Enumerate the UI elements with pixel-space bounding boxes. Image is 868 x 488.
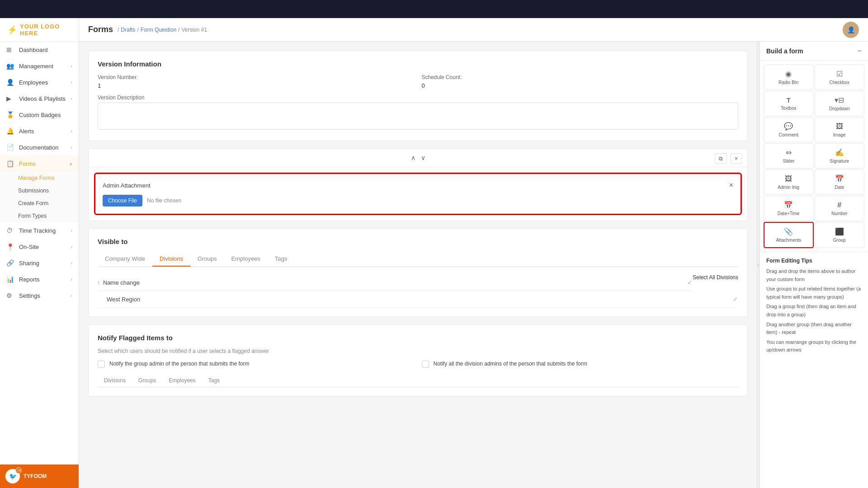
attachment-modal-close-button[interactable]: ×: [729, 181, 733, 189]
sidebar-item-videos[interactable]: ▶ Videos & Playlists ›: [0, 90, 79, 107]
tool-textbox[interactable]: T Textbox: [764, 91, 814, 116]
tool-comment[interactable]: 💬 Comment: [764, 117, 814, 142]
select-all-button[interactable]: Select All Divisions: [693, 274, 738, 281]
choose-file-button[interactable]: Choose File: [103, 195, 142, 206]
top-bar: [0, 0, 868, 18]
user-avatar[interactable]: 👤: [843, 22, 859, 38]
sidebar-item-custom-badges[interactable]: 🏅 Custom Badges: [0, 107, 79, 123]
tool-image[interactable]: 🖼 Image: [815, 117, 865, 142]
signature-icon: ✍: [835, 148, 844, 157]
move-down-button[interactable]: ∨: [421, 154, 425, 161]
tip-4: Drag another group (then drag another it…: [766, 321, 862, 337]
file-name-label: No file chosen: [147, 197, 181, 204]
sidebar-subitem-submissions[interactable]: Submissions: [0, 184, 79, 197]
sidebar-item-employees[interactable]: 👤 Employees ›: [0, 74, 79, 90]
logo-area: ⚡ YOUR LOGO HERE: [0, 18, 79, 42]
move-up-button[interactable]: ∧: [411, 154, 415, 161]
notify-checkbox-division-admin[interactable]: [422, 361, 429, 368]
notify-tab-divisions[interactable]: Divisions: [98, 374, 132, 387]
bottom-bar[interactable]: 🐦 26 TYFOOM: [0, 465, 79, 488]
tool-admin-img[interactable]: 🖼 Admin Img: [764, 169, 814, 195]
tool-attachments[interactable]: 📎 Attachments: [764, 222, 814, 248]
sidebar-item-sharing[interactable]: 🔗 Sharing ›: [0, 255, 79, 271]
right-panel: Build a form − ◉ Radio Btn ☑ Checkbox: [760, 42, 868, 488]
question-actions: ⧉ ×: [715, 153, 742, 164]
tool-label: Image: [833, 132, 846, 137]
main-area: Forms / Drafts / Form Question / Version…: [79, 18, 868, 488]
comment-icon: 💬: [784, 122, 793, 131]
sidebar-item-label: On-Site: [19, 244, 71, 250]
sidebar-subitem-create-form[interactable]: Create Form: [0, 197, 79, 210]
tool-grid: ◉ Radio Btn ☑ Checkbox T Textbox ▾⊟ Dro: [760, 61, 868, 252]
version-grid: Version Number: 1 Schedule Count: 0: [98, 74, 738, 89]
version-number-group: Version Number: 1: [98, 74, 415, 89]
notify-grid: Notify the group admin of the person tha…: [98, 361, 738, 368]
tool-checkbox[interactable]: ☑ Checkbox: [815, 65, 865, 90]
tool-date-time[interactable]: 📅 Date+Time: [764, 196, 814, 221]
panel-collapse-button[interactable]: −: [858, 47, 862, 55]
breadcrumb-drafts[interactable]: Drafts: [121, 27, 135, 33]
videos-icon: ▶: [6, 95, 15, 102]
tool-label: Date+Time: [778, 211, 800, 216]
notify-item-group-admin: Notify the group admin of the person tha…: [98, 361, 415, 368]
tool-label: Textbox: [781, 106, 796, 111]
sidebar-item-documentation[interactable]: 📄 Documentation ›: [0, 139, 79, 155]
chevron-right-icon: ›: [71, 228, 72, 233]
notify-checkbox-group-admin[interactable]: [98, 361, 105, 368]
sidebar-item-dashboard[interactable]: ⊞ Dashboard: [0, 42, 79, 58]
delete-button[interactable]: ×: [731, 153, 742, 164]
bottom-label: TYFOOM: [24, 473, 47, 479]
copy-button[interactable]: ⧉: [715, 153, 727, 164]
tool-group[interactable]: ⬛ Group: [815, 222, 865, 248]
tab-divisions[interactable]: Divisions: [152, 252, 190, 267]
sidebar-subitem-form-types[interactable]: Form Types: [0, 210, 79, 222]
tool-signature[interactable]: ✍ Signature: [815, 143, 865, 169]
tool-number[interactable]: # Number: [815, 196, 865, 221]
tool-label: Attachments: [776, 238, 801, 243]
tool-slider[interactable]: ⇔ Slider: [764, 143, 814, 169]
alerts-icon: 🔔: [6, 127, 15, 135]
sidebar-item-label: Management: [19, 63, 71, 70]
notify-title: Notify Flagged Items to: [98, 334, 738, 342]
sidebar-item-label: Settings: [19, 292, 71, 299]
division-name: West Region: [107, 296, 140, 303]
date-icon: 📅: [835, 174, 844, 183]
tab-company-wide[interactable]: Company Wide: [98, 252, 152, 267]
sidebar-item-settings[interactable]: ⚙ Settings ›: [0, 287, 79, 304]
notification-badge: 26: [15, 467, 22, 474]
breadcrumb-form-question[interactable]: Form Question: [141, 27, 176, 33]
tool-dropdown[interactable]: ▾⊟ Dropdown: [815, 91, 865, 116]
chevron-down-icon: ∨: [69, 161, 72, 166]
tab-employees[interactable]: Employees: [224, 252, 268, 267]
notify-tab-tags[interactable]: Tags: [202, 374, 226, 387]
notify-tab-employees[interactable]: Employees: [162, 374, 202, 387]
sidebar-item-label: Alerts: [19, 128, 71, 135]
sidebar-item-time-tracking[interactable]: ⏱ Time Tracking ›: [0, 222, 79, 239]
notify-tab-groups[interactable]: Groups: [132, 374, 162, 387]
tool-label: Checkbox: [830, 80, 849, 85]
tab-tags[interactable]: Tags: [268, 252, 294, 267]
sidebar-item-label: Documentation: [19, 144, 71, 151]
division-check-icon: ✓: [733, 296, 738, 303]
notify-label-division-admin: Notify all the division admins of the pe…: [434, 361, 587, 367]
tab-groups[interactable]: Groups: [190, 252, 224, 267]
tips-title: Form Editing Tips: [766, 258, 862, 264]
sidebar-item-forms[interactable]: 📋 Forms ∨: [0, 155, 79, 172]
sidebar-item-reports[interactable]: 📊 Reports ›: [0, 271, 79, 287]
tool-label: Admin Img: [778, 185, 799, 190]
tool-date[interactable]: 📅 Date: [815, 169, 865, 195]
notify-tabs: Divisions Groups Employees Tags: [98, 374, 738, 387]
image-icon: 🖼: [836, 122, 843, 131]
time-tracking-icon: ⏱: [6, 227, 15, 234]
description-textarea[interactable]: [98, 103, 738, 130]
sidebar-item-on-site[interactable]: 📍 On-Site ›: [0, 239, 79, 255]
logo-text: YOUR LOGO HERE: [20, 23, 71, 37]
sidebar-item-management[interactable]: 👥 Management ›: [0, 58, 79, 74]
visible-to-section: Visible to Company Wide Divisions Groups…: [88, 228, 748, 317]
tool-radio-btn[interactable]: ◉ Radio Btn: [764, 65, 814, 90]
forms-icon: 📋: [6, 160, 15, 167]
sidebar-item-label: Sharing: [19, 260, 71, 267]
sidebar-subitem-manage-forms[interactable]: Manage Forms: [0, 172, 79, 184]
breadcrumb-version: Version #1: [181, 27, 207, 33]
sidebar-item-alerts[interactable]: 🔔 Alerts ›: [0, 123, 79, 139]
